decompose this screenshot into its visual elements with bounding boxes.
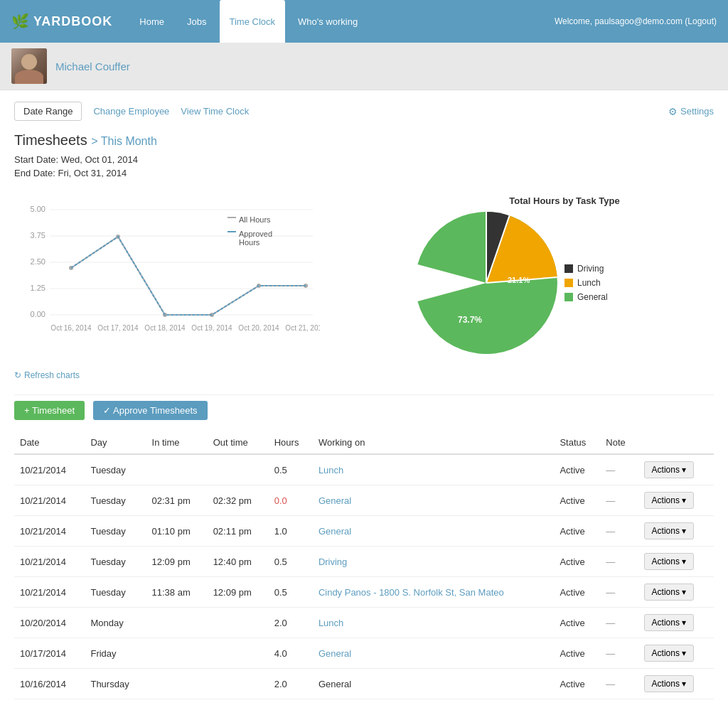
toolbar-left: Date Range Change Employee View Time Clo… <box>14 102 249 121</box>
legend-driving: Driving <box>564 264 608 274</box>
refresh-icon: ↻ <box>14 370 21 380</box>
nav-timeclock[interactable]: Time Clock <box>220 0 286 43</box>
line-chart: 5.00 3.75 2.50 1.25 0.00 <box>14 195 320 352</box>
lunch-color <box>564 279 573 287</box>
col-hours: Hours <box>269 431 313 454</box>
cell-in-time: 01:10 pm <box>146 516 208 547</box>
end-date: End Date: Fri, Oct 31, 2014 <box>14 168 714 178</box>
logo-text: YARDBOOK <box>33 14 112 29</box>
cell-date: 10/21/2014 <box>14 485 85 516</box>
approve-timesheets-button[interactable]: ✓ Approve Timesheets <box>93 401 207 420</box>
svg-text:Oct 18, 2014: Oct 18, 2014 <box>144 324 186 332</box>
cell-in-time: 11:38 am <box>146 577 208 608</box>
cell-in-time <box>146 669 208 699</box>
actions-button[interactable]: Actions ▾ <box>644 584 695 601</box>
gear-icon: ⚙ <box>668 106 678 117</box>
cell-action: Actions ▾ <box>638 547 714 577</box>
refresh-link[interactable]: ↻ Refresh charts <box>14 370 714 380</box>
cell-working-on[interactable]: General <box>313 638 555 669</box>
cell-note: — <box>600 608 638 638</box>
cell-hours: 4.0 <box>269 638 313 669</box>
actions-button[interactable]: Actions ▾ <box>644 675 695 692</box>
driving-label: Driving <box>577 264 604 274</box>
cell-hours: 0.5 <box>269 577 313 608</box>
svg-text:Hours: Hours <box>239 238 260 247</box>
col-action <box>638 431 714 454</box>
change-employee-link[interactable]: Change Employee <box>93 106 169 117</box>
pie-chart-svg <box>415 212 557 354</box>
page-title: Timesheets > This Month <box>14 132 714 149</box>
cell-status: Active <box>554 485 600 516</box>
cell-out-time <box>208 669 269 699</box>
lunch-label: Lunch <box>577 278 601 288</box>
cell-action: Actions ▾ <box>638 608 714 638</box>
nav: Home Jobs Time Clock Who's working <box>129 0 368 43</box>
cell-in-time: 12:09 pm <box>146 547 208 577</box>
cell-date: 10/20/2014 <box>14 608 85 638</box>
table-row: 10/21/2014 Tuesday 0.5 Lunch Active — Ac… <box>14 454 714 485</box>
cell-in-time <box>146 454 208 485</box>
cell-note: — <box>600 638 638 669</box>
charts-area: 5.00 3.75 2.50 1.25 0.00 <box>14 195 714 365</box>
view-time-clock-link[interactable]: View Time Clock <box>181 106 249 117</box>
svg-text:Oct 19, 2014: Oct 19, 2014 <box>191 324 232 332</box>
cell-day: Tuesday <box>85 547 146 577</box>
col-in-time: In time <box>146 431 208 454</box>
cell-status: Active <box>554 516 600 547</box>
avatar <box>11 48 47 84</box>
legend-lunch: Lunch <box>564 278 608 288</box>
cell-day: Tuesday <box>85 577 146 608</box>
nav-jobs[interactable]: Jobs <box>177 0 216 43</box>
cell-working-on[interactable]: Cindy Panos - 1800 S. Norfolk St, San Ma… <box>313 577 555 608</box>
cell-working-on[interactable]: General <box>313 485 555 516</box>
action-bar: + Timesheet ✓ Approve Timesheets <box>14 401 714 420</box>
cell-day: Monday <box>85 608 146 638</box>
svg-text:0.00: 0.00 <box>31 310 46 318</box>
cell-day: Tuesday <box>85 516 146 547</box>
cell-status: Active <box>554 454 600 485</box>
cell-note: — <box>600 454 638 485</box>
nav-whos-working[interactable]: Who's working <box>288 0 368 43</box>
welcome-text: Welcome, paulsagoo@demo.com (Logout) <box>555 16 717 26</box>
svg-rect-24 <box>228 231 236 232</box>
cell-status: Active <box>554 608 600 638</box>
cell-working-on[interactable]: General <box>313 516 555 547</box>
nav-home[interactable]: Home <box>129 0 174 43</box>
actions-button[interactable]: Actions ▾ <box>644 614 695 631</box>
svg-text:All Hours: All Hours <box>239 215 271 224</box>
settings-link[interactable]: ⚙ Settings <box>668 106 714 117</box>
cell-date: 10/16/2014 <box>14 669 85 699</box>
page-title-area: Timesheets > This Month Start Date: Wed,… <box>14 132 714 178</box>
cell-working-on[interactable]: Driving <box>313 547 555 577</box>
add-timesheet-button[interactable]: + Timesheet <box>14 401 85 420</box>
cell-note: — <box>600 577 638 608</box>
cell-date: 10/17/2014 <box>14 638 85 669</box>
main-content: Date Range Change Employee View Time Clo… <box>0 90 728 715</box>
actions-button[interactable]: Actions ▾ <box>644 645 695 662</box>
actions-button[interactable]: Actions ▾ <box>644 492 695 509</box>
svg-text:Oct 21, 2014: Oct 21, 2014 <box>285 324 320 332</box>
cell-working-on[interactable]: Lunch <box>313 608 555 638</box>
cell-status: Active <box>554 638 600 669</box>
date-range-button[interactable]: Date Range <box>14 102 82 121</box>
cell-day: Thursday <box>85 669 146 699</box>
table-row: 10/21/2014 Tuesday 02:31 pm 02:32 pm 0.0… <box>14 485 714 516</box>
cell-working-on[interactable]: Lunch <box>313 454 555 485</box>
cell-date: 10/21/2014 <box>14 577 85 608</box>
actions-button[interactable]: Actions ▾ <box>644 522 695 539</box>
pie-area: Driving Lunch General <box>415 212 714 354</box>
cell-action: Actions ▾ <box>638 516 714 547</box>
table-row: 10/21/2014 Tuesday 11:38 am 12:09 pm 0.5… <box>14 577 714 608</box>
pie-chart-title: Total Hours by Task Type <box>415 195 714 206</box>
cell-action: Actions ▾ <box>638 577 714 608</box>
cell-hours: 0.0 <box>269 485 313 516</box>
actions-button[interactable]: Actions ▾ <box>644 553 695 570</box>
cell-out-time <box>208 454 269 485</box>
cell-in-time <box>146 638 208 669</box>
pie-legend: Driving Lunch General <box>564 264 608 302</box>
col-day: Day <box>85 431 146 454</box>
actions-button[interactable]: Actions ▾ <box>644 461 695 478</box>
date-range-subtitle: > This Month <box>91 135 157 147</box>
col-date: Date <box>14 431 85 454</box>
cell-action: Actions ▾ <box>638 638 714 669</box>
